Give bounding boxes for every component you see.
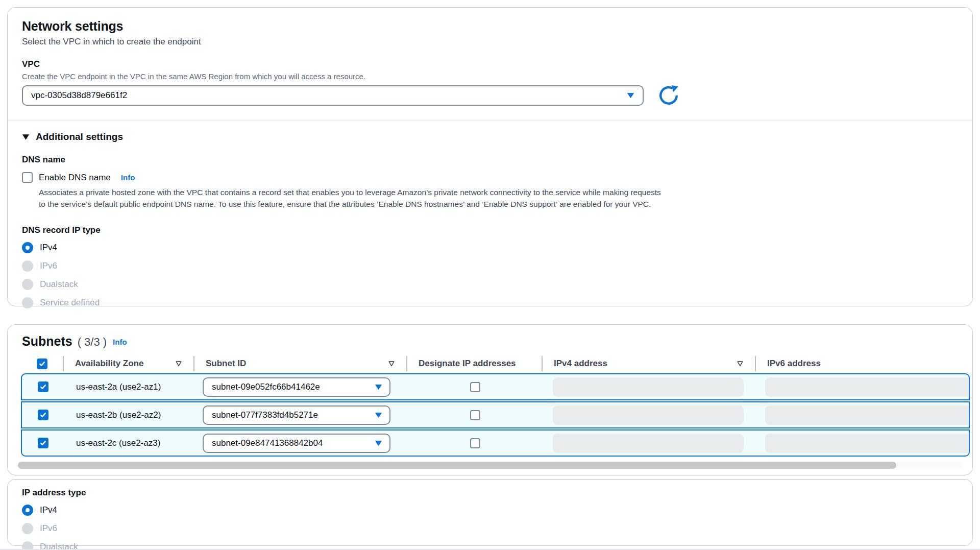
availability-zone-value: us-east-2c (use2-az3): [64, 431, 194, 456]
ipv4-address-field-disabled: [553, 434, 744, 453]
subnet-id-value: subnet-09e052fc66b41462e: [212, 382, 320, 392]
horizontal-scrollbar-track[interactable]: [18, 462, 962, 469]
radio-option-ipv4: IPv4: [22, 504, 958, 516]
radio-ipv4[interactable]: [22, 242, 33, 253]
radio-option-dualstack: Dualstack: [22, 278, 958, 291]
vpc-description: Create the VPC endpoint in the VPC in th…: [22, 72, 958, 81]
designate-ip-checkbox[interactable]: [470, 382, 480, 392]
vpc-select-value: vpc-0305d38d879e661f2: [31, 90, 127, 101]
radio-ipv6-label: IPv6: [40, 523, 57, 534]
radio-dualstack: [22, 279, 33, 290]
row-checkbox[interactable]: [38, 410, 48, 420]
table-row: us-east-2a (use2-az1) subnet-09e052fc66b…: [21, 373, 970, 400]
subnet-id-select[interactable]: subnet-077f7383fd4b5271e: [203, 405, 390, 425]
col-header-designate-ip: Designate IP addresses: [406, 356, 542, 371]
subnets-title: Subnets: [22, 334, 72, 349]
ipv4-address-field-disabled: [553, 377, 744, 397]
subnets-info-link[interactable]: Info: [113, 338, 127, 346]
subnet-id-select[interactable]: subnet-09e052fc66b41462e: [203, 377, 390, 397]
additional-settings-expander[interactable]: Additional settings: [22, 131, 958, 142]
designate-ip-checkbox[interactable]: [470, 410, 480, 420]
radio-option-service-defined: Service defined: [22, 296, 958, 309]
table-row: us-east-2b (use2-az2) subnet-077f7383fd4…: [21, 401, 970, 428]
expander-caret-icon: [22, 134, 30, 140]
vpc-label: VPC: [22, 59, 958, 69]
radio-dualstack-label: Dualstack: [40, 279, 78, 290]
col-label-subnet-id: Subnet ID: [206, 358, 246, 369]
refresh-button[interactable]: [658, 85, 679, 106]
check-icon: [39, 411, 47, 419]
col-label-ipv6-address: IPv6 address: [767, 358, 821, 369]
subnet-id-value: subnet-077f7383fd4b5271e: [212, 410, 318, 420]
vpc-select[interactable]: vpc-0305d38d879e661f2: [22, 85, 644, 106]
select-all-cell: [21, 356, 63, 371]
col-header-ipv4-address[interactable]: IPv4 address: [542, 356, 755, 371]
radio-ipv4-label: IPv4: [40, 243, 57, 253]
ipv6-address-field-disabled: [765, 377, 970, 397]
row-checkbox[interactable]: [38, 438, 48, 448]
subnets-table-body: us-east-2a (use2-az1) subnet-09e052fc66b…: [21, 373, 970, 457]
dns-name-label: DNS name: [22, 155, 958, 165]
ip-address-type-card: IP address type IPv4 IPv6 Dualstack: [7, 479, 973, 546]
chevron-down-icon: [627, 92, 634, 99]
horizontal-scrollbar-thumb[interactable]: [18, 462, 896, 469]
designate-ip-checkbox[interactable]: [470, 438, 480, 448]
page-subtitle: Select the VPC in which to create the en…: [22, 37, 958, 47]
radio-option-ipv6: IPv6: [22, 259, 958, 272]
subnets-card: Subnets ( 3/3 ) Info Availability Zone S…: [7, 324, 973, 475]
dns-record-ip-type-label: DNS record IP type: [22, 225, 958, 235]
ipv6-address-field-disabled: [765, 405, 970, 425]
check-icon: [39, 439, 47, 447]
subnet-id-value: subnet-09e84741368842b04: [212, 438, 323, 448]
radio-option-ipv4: IPv4: [22, 241, 958, 254]
subnet-id-select[interactable]: subnet-09e84741368842b04: [203, 434, 390, 453]
network-settings-card: Network settings Select the VPC in which…: [7, 7, 973, 306]
radio-option-ipv6: IPv6: [22, 522, 958, 535]
col-header-ipv6-address: IPv6 address: [755, 356, 973, 371]
refresh-icon: [658, 85, 679, 106]
col-label-availability-zone: Availability Zone: [75, 358, 143, 369]
subnets-count: ( 3/3 ): [78, 336, 107, 349]
sort-icon: [175, 361, 182, 367]
page-title: Network settings: [22, 18, 958, 34]
chevron-down-icon: [375, 440, 382, 446]
chevron-down-icon: [375, 412, 382, 418]
section-divider: [8, 121, 972, 121]
col-header-availability-zone[interactable]: Availability Zone: [63, 356, 193, 371]
radio-ipv4-label: IPv4: [40, 505, 57, 515]
col-label-ipv4-address: IPv4 address: [554, 358, 607, 369]
check-icon: [39, 383, 47, 391]
radio-ipv6-label: IPv6: [40, 261, 57, 271]
availability-zone-value: us-east-2b (use2-az2): [64, 402, 194, 427]
availability-zone-value: us-east-2a (use2-az1): [64, 374, 194, 399]
radio-ipv4[interactable]: [22, 505, 33, 516]
check-icon: [38, 360, 46, 368]
enable-dns-name-label: Enable DNS name: [39, 173, 111, 183]
radio-ipv6: [22, 523, 33, 534]
radio-ipv6: [22, 260, 33, 272]
col-label-designate-ip: Designate IP addresses: [419, 358, 516, 369]
table-row: us-east-2c (use2-az3) subnet-09e84741368…: [21, 429, 970, 457]
row-checkbox[interactable]: [38, 381, 48, 392]
additional-settings-label: Additional settings: [36, 131, 123, 142]
ipv6-address-field-disabled: [765, 434, 970, 453]
dns-name-description: Associates a private hosted zone with th…: [39, 186, 662, 210]
col-header-subnet-id[interactable]: Subnet ID: [193, 356, 406, 371]
radio-service-defined: [22, 297, 33, 308]
enable-dns-name-checkbox[interactable]: [22, 172, 33, 183]
radio-service-defined-label: Service defined: [40, 298, 100, 308]
dns-name-info-link[interactable]: Info: [121, 173, 135, 182]
sort-icon: [737, 361, 744, 367]
ipv4-address-field-disabled: [553, 405, 744, 425]
subnets-table-header: Availability Zone Subnet ID Designate IP…: [21, 354, 972, 373]
chevron-down-icon: [375, 384, 382, 390]
select-all-checkbox[interactable]: [37, 358, 47, 369]
sort-icon: [388, 361, 395, 367]
ip-address-type-label: IP address type: [22, 488, 958, 498]
